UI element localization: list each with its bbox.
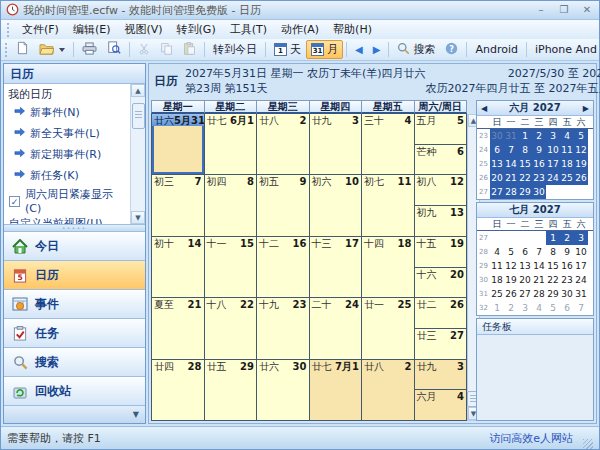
- minimize-button[interactable]: –: [534, 3, 548, 17]
- calendar-sun-half[interactable]: 十六20: [415, 268, 467, 298]
- calendar-day-cell[interactable]: 十四18: [362, 237, 415, 297]
- calendar-sat-half[interactable]: 五月5: [415, 114, 467, 145]
- calendar-day-cell[interactable]: 十二16: [257, 237, 310, 297]
- sidebar-splitter[interactable]: •••••: [4, 224, 145, 232]
- calendar-day-cell[interactable]: 廿八2: [257, 114, 310, 174]
- calendar-sat-half[interactable]: 初八12: [415, 175, 467, 206]
- mini-cal-day[interactable]: 23: [532, 171, 546, 185]
- mini-cal-day[interactable]: 5: [574, 129, 588, 143]
- mini-cal-day[interactable]: 3: [546, 129, 560, 143]
- mini-cal-day[interactable]: 30: [532, 185, 546, 199]
- mini-cal-day[interactable]: 7: [504, 143, 518, 157]
- sidebar-collapse-button[interactable]: ▼: [133, 410, 139, 419]
- customize-view-link[interactable]: 自定义当前视图(U): [4, 216, 129, 224]
- mini-cal-day[interactable]: 20: [490, 171, 504, 185]
- menu-file[interactable]: 文件(F): [15, 20, 66, 39]
- mini-cal-day[interactable]: [560, 185, 574, 199]
- mini-cal-day[interactable]: 21: [504, 171, 518, 185]
- mini-cal-day[interactable]: 30: [560, 287, 574, 301]
- calendar-sun-half[interactable]: 廿三27: [415, 329, 467, 359]
- mini-cal-day[interactable]: 22: [518, 171, 532, 185]
- calendar-day-cell[interactable]: 夏至21: [152, 298, 205, 358]
- compact-weekend-option[interactable]: ✓ 周六周日紧凑显示(C): [4, 192, 129, 210]
- mini-cal-day[interactable]: 31: [574, 287, 588, 301]
- calendar-sun-half[interactable]: 六月4: [415, 390, 467, 420]
- mini-cal-day[interactable]: 26: [504, 287, 518, 301]
- calendar-day-cell[interactable]: 初六10: [310, 175, 363, 235]
- back-button[interactable]: ◀: [350, 42, 368, 57]
- mini-cal-day[interactable]: 4: [490, 245, 504, 259]
- calendar-day-cell[interactable]: 十三17: [310, 237, 363, 297]
- mini-cal-day[interactable]: 22: [546, 273, 560, 287]
- mini-cal-day[interactable]: 18: [490, 273, 504, 287]
- sidebar-action-3[interactable]: 新定期事件(R): [4, 144, 129, 165]
- mini-cal-day[interactable]: 30: [490, 129, 504, 143]
- sidebar-action-2[interactable]: 新全天事件(L): [4, 123, 129, 144]
- iphone-button[interactable]: iPhone And iPad: [530, 41, 600, 58]
- mini-cal-day[interactable]: [546, 185, 560, 199]
- mini-cal-day[interactable]: 11: [560, 143, 574, 157]
- mini-cal-day[interactable]: [490, 231, 504, 245]
- calendar-day-cell[interactable]: 初十14: [152, 237, 205, 297]
- mini-cal-day[interactable]: 7: [574, 301, 588, 315]
- next-month-icon[interactable]: ▶: [583, 104, 589, 113]
- calendar-day-cell[interactable]: 廿四28: [152, 360, 205, 420]
- calendar-day-cell[interactable]: 廿六5月31: [152, 114, 205, 174]
- sidebar-item-events[interactable]: 事件: [4, 290, 145, 319]
- mini-cal-day[interactable]: 28: [532, 287, 546, 301]
- mini-cal-day[interactable]: [532, 231, 546, 245]
- sidebar-item-search[interactable]: 搜索: [4, 348, 145, 377]
- mini-cal-day[interactable]: [574, 185, 588, 199]
- mini-cal-day[interactable]: 2: [504, 301, 518, 315]
- mini-cal-day[interactable]: 16: [560, 259, 574, 273]
- task-panel-body[interactable]: [477, 335, 593, 420]
- mini-cal-day[interactable]: 17: [574, 259, 588, 273]
- calendar-sat-half[interactable]: 廿二26: [415, 298, 467, 329]
- calendar-sat-half[interactable]: 十五19: [415, 237, 467, 268]
- calendar-sun-half[interactable]: 初九13: [415, 206, 467, 236]
- mini-cal-day[interactable]: 27: [490, 185, 504, 199]
- calendar-day-cell[interactable]: 初三7: [152, 175, 205, 235]
- calendar-day-cell[interactable]: 廿五29: [205, 360, 258, 420]
- resize-grip[interactable]: [583, 439, 593, 449]
- checkbox-checked-icon[interactable]: ✓: [9, 196, 20, 207]
- mini-cal-day[interactable]: 2: [560, 231, 574, 245]
- mini-cal-day[interactable]: 13: [518, 259, 532, 273]
- open-button[interactable]: [34, 40, 70, 60]
- print-button[interactable]: [77, 40, 102, 60]
- sidebar-item-today[interactable]: 今日: [4, 232, 145, 261]
- menu-actions[interactable]: 动作(A): [274, 20, 326, 39]
- mini-cal-day[interactable]: 15: [518, 157, 532, 171]
- scroll-down-icon[interactable]: ▼: [131, 211, 145, 224]
- mini-cal-day[interactable]: 24: [574, 273, 588, 287]
- search-button[interactable]: 搜索: [392, 40, 440, 60]
- mini-cal-day[interactable]: 4: [532, 301, 546, 315]
- sidebar-item-recycle[interactable]: 回收站: [4, 377, 145, 406]
- calendar-day-cell[interactable]: 廿七7月1: [310, 360, 363, 420]
- mini-cal-day[interactable]: 25: [490, 287, 504, 301]
- mini-cal-day[interactable]: 17: [546, 157, 560, 171]
- calendar-day-cell[interactable]: 十九23: [257, 298, 310, 358]
- paste-button[interactable]: [178, 40, 201, 60]
- menu-tools[interactable]: 工具(T): [223, 20, 274, 39]
- calendar-day-cell[interactable]: 廿八2: [362, 360, 415, 420]
- calendar-day-cell[interactable]: 初五9: [257, 175, 310, 235]
- calendar-day-cell[interactable]: 三十4: [362, 114, 415, 174]
- mini-cal-day[interactable]: 28: [504, 185, 518, 199]
- mini-cal-day[interactable]: 19: [574, 157, 588, 171]
- mini-cal-day[interactable]: 29: [518, 185, 532, 199]
- sidebar-action-1[interactable]: 新事件(N): [4, 102, 129, 123]
- copy-button[interactable]: [155, 40, 178, 60]
- month-view-button[interactable]: 31月: [306, 40, 343, 59]
- mini-cal-day[interactable]: 27: [518, 287, 532, 301]
- mini-cal-day[interactable]: 31: [504, 129, 518, 143]
- cut-button[interactable]: [133, 40, 155, 60]
- mini-cal-day[interactable]: 7: [532, 245, 546, 259]
- mini-cal-day[interactable]: 25: [560, 171, 574, 185]
- mini-cal-day[interactable]: 11: [490, 259, 504, 273]
- mini-cal-day[interactable]: 10: [574, 245, 588, 259]
- mini-cal-day[interactable]: 3: [518, 301, 532, 315]
- day-view-button[interactable]: 1天: [269, 40, 306, 59]
- calendar-day-cell[interactable]: 廿九3: [310, 114, 363, 174]
- mini-cal-day[interactable]: 12: [504, 259, 518, 273]
